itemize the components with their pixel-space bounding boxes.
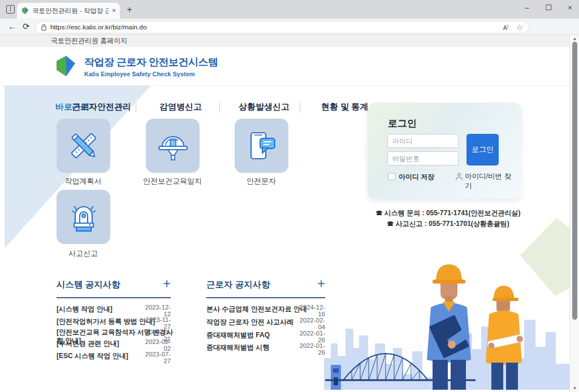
login-button[interactable]: 로그인 xyxy=(466,134,499,165)
notice-row[interactable]: [시스템 작업 안내]2023-12-12 xyxy=(57,303,171,313)
quick-card-accident-report[interactable] xyxy=(57,190,110,244)
quick-label-safety-sms[interactable]: 안전문자 xyxy=(216,176,306,186)
site-header: 작업장 근로자 안전보건시스템 Kalis Employee Safety Ch… xyxy=(0,47,569,86)
login-title: 로그인 xyxy=(388,117,417,130)
worker-notices: 근로자 공지사항 + 본사 수급업체 안전보건자료 안내2024-12-16 작… xyxy=(206,279,325,303)
site-favicon xyxy=(21,7,29,15)
person-icon xyxy=(456,173,463,180)
tab-workspaces-icon[interactable] xyxy=(6,5,15,14)
hardhat-icon xyxy=(155,129,191,162)
favorite-star-icon[interactable]: ☆ xyxy=(516,23,523,32)
window-close-button[interactable]: × xyxy=(565,3,574,12)
contact-accident: ☎ 사고신고 : 055-771-1701(상황총괄팀) xyxy=(368,219,529,229)
construction-workers-illustration xyxy=(316,243,569,390)
password-input[interactable] xyxy=(387,151,459,165)
logo-title: 작업장 근로자 안전보건시스템 xyxy=(84,55,218,69)
notice-row[interactable]: 중대재해처벌법 시행2022-01-26 xyxy=(206,342,325,352)
nav-tab-worker-safety[interactable]: 근로자안전관리 xyxy=(72,102,131,112)
home-link[interactable]: 국토안전관리원 홈페이지 xyxy=(0,35,569,47)
scroll-up-icon[interactable]: ▲ xyxy=(570,36,579,41)
url-text[interactable]: https://esc.kalis.or.kr/biz/main.do xyxy=(50,23,503,31)
logo-subtitle: Kalis Employee Safety Check System xyxy=(84,71,218,77)
scroll-down-icon[interactable]: ▼ xyxy=(570,386,579,391)
contact-system: ☎ 시스템 문의 : 055-771-1741(안전보건관리실) xyxy=(368,208,529,219)
notice-row[interactable]: [안전작업허가서 등록 방법 안내]2023-11-27 xyxy=(57,316,171,326)
quick-card-work-plan[interactable] xyxy=(57,119,110,173)
page-scrollbar[interactable]: ▲ ▼ xyxy=(569,35,579,392)
system-notices: 시스템 공지사항 + [시스템 작업 안내]2023-12-12 [안전작업허가… xyxy=(57,279,171,303)
system-notices-title: 시스템 공지사항 xyxy=(57,280,120,289)
quick-label-edu-log[interactable]: 안전보건교육일지 xyxy=(127,176,218,186)
lock-icon xyxy=(41,24,46,31)
id-input[interactable] xyxy=(387,134,459,148)
siren-icon xyxy=(67,201,100,233)
save-id-checkbox[interactable] xyxy=(388,173,395,180)
new-tab-button[interactable]: + xyxy=(127,4,132,15)
phone-message-icon xyxy=(245,129,278,162)
contact-info: ☎ 시스템 문의 : 055-771-1741(안전보건관리실) ☎ 사고신고 … xyxy=(368,208,529,229)
save-id-label[interactable]: 아이디 저장 xyxy=(399,172,434,182)
nav-tab-situation-report[interactable]: 상황발생신고 xyxy=(239,102,290,112)
notice-row[interactable]: 본사 수급업체 안전보건자료 안내2024-12-16 xyxy=(206,303,325,313)
login-panel: 로그인 로그인 아이디 저장 아이디/비번 찾기 xyxy=(368,103,521,199)
notice-row[interactable]: 중대재해처벌법 FAQ2022-01-26 xyxy=(206,329,325,339)
quick-label-accident-report[interactable]: 사고신고 xyxy=(38,249,128,259)
browser-toolbar: ← ⟳ https://esc.kalis.or.kr/biz/main.do … xyxy=(0,19,579,35)
find-id-password-link[interactable]: 아이디/비번 찾기 xyxy=(465,172,513,191)
tab-close-icon[interactable]: × xyxy=(112,7,116,15)
refresh-icon[interactable]: ⟳ xyxy=(23,21,30,32)
maximize-button[interactable]: ☐ xyxy=(544,3,553,12)
quick-card-safety-sms[interactable] xyxy=(235,119,288,173)
minimize-button[interactable]: – xyxy=(522,3,532,12)
worker-notices-title: 근로자 공지사항 xyxy=(206,280,270,289)
notice-row[interactable]: [부서변경 관련 안내]2023-08-02 xyxy=(57,338,171,348)
notice-row[interactable]: [ESC 시스템 작업 안내]2023-07-27 xyxy=(57,350,171,360)
tab-title: 국토안전관리원 - 작업장 근로자 xyxy=(32,7,109,15)
address-bar[interactable]: https://esc.kalis.or.kr/biz/main.do A) ☆ xyxy=(35,21,529,33)
browser-tab[interactable]: 국토안전관리원 - 작업장 근로자 × xyxy=(17,3,120,19)
nav-tab-infection-report[interactable]: 감염병신고 xyxy=(159,102,202,112)
site-logo[interactable]: 작업장 근로자 안전보건시스템 Kalis Employee Safety Ch… xyxy=(54,55,218,77)
page-content: 국토안전관리원 홈페이지 작업장 근로자 안전보건시스템 Kalis Emplo… xyxy=(0,35,569,392)
nav-tab-status-stats[interactable]: 현황 및 통계 xyxy=(321,102,368,112)
quick-label-work-plan[interactable]: 작업계획서 xyxy=(38,176,128,186)
quick-card-edu-log[interactable] xyxy=(146,119,200,173)
back-icon[interactable]: ← xyxy=(8,21,16,31)
read-aloud-icon[interactable]: A) xyxy=(503,24,509,31)
notice-row[interactable]: 작업장 근로자 안전 사고사례2022-02-04 xyxy=(206,316,325,326)
tab-strip: 국토안전관리원 - 작업장 근로자 × + – ☐ × xyxy=(0,0,579,19)
browser-window: 국토안전관리원 - 작업장 근로자 × + – ☐ × ← ⟳ https://… xyxy=(0,0,579,392)
system-notices-more-button[interactable]: + xyxy=(163,277,171,290)
scrollbar-thumb[interactable] xyxy=(572,42,577,320)
ruler-pencil-icon xyxy=(67,129,100,162)
logo-mark-icon xyxy=(54,55,77,77)
